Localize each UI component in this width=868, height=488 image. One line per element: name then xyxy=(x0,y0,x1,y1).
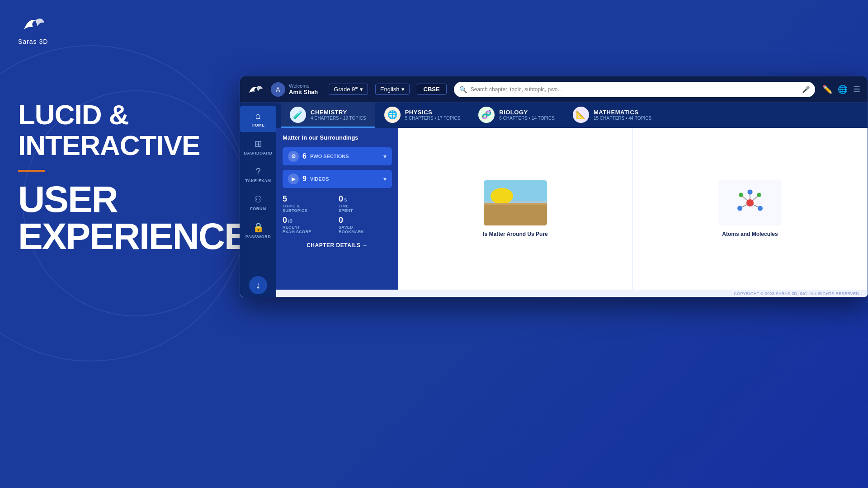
pwo-label: PWO SECTIONS xyxy=(310,154,380,159)
chapter-panel: Matter In our Surroundings ⚙ 6 PWO SECTI… xyxy=(276,128,398,290)
grade-selector[interactable]: Grade 9th xyxy=(329,84,368,95)
tagline-divider xyxy=(18,170,45,172)
sidebar-item-dashboard[interactable]: ⊞ DASHBOARD xyxy=(240,134,276,160)
biology-icon: 🧬 xyxy=(478,107,495,123)
chapter-title: Matter In our Surroundings xyxy=(283,134,392,141)
time-value: 0s xyxy=(339,194,392,204)
tagline-top: LUCID &INTERACTIVE xyxy=(18,99,248,161)
sidebar-label-home: HOME xyxy=(252,123,265,127)
grade-chevron-icon xyxy=(360,86,363,93)
molecule-image xyxy=(727,185,773,221)
card-title-matter: Is Matter Around Us Pure xyxy=(483,231,548,237)
physics-meta: 5 CHAPTERS • 17 TOPICS xyxy=(405,116,461,121)
subject-tabs: 🧪 CHEMISTRY 4 CHAPTERS • 19 TOPICS 🌐 PHY… xyxy=(276,103,868,128)
chemistry-name: CHEMISTRY xyxy=(311,109,366,116)
pwo-icon: ⚙ xyxy=(288,151,299,162)
physics-icon: 🌐 xyxy=(384,107,401,123)
mic-icon[interactable]: 🎤 xyxy=(802,86,810,93)
mathematics-meta: 15 CHAPTERS • 44 TOPICS xyxy=(594,116,651,121)
right-cards: Is Matter Around Us Pure xyxy=(398,128,868,290)
main-area: ⌂ HOME ⊞ DASHBOARD ? TAKE EXAM ⚇ FORUM 🔒… xyxy=(240,103,868,297)
stat-topics: 5 TOPIC &SUBTOPICS xyxy=(283,194,336,213)
exam-icon: ? xyxy=(255,166,260,177)
svg-point-12 xyxy=(758,206,763,211)
scroll-down-button[interactable]: ↓ xyxy=(249,276,267,294)
videos-icon: ▶ xyxy=(288,174,299,184)
tab-mathematics[interactable]: 📐 MATHEMATICS 15 CHAPTERS • 44 TOPICS xyxy=(564,103,660,128)
biology-name: BIOLOGY xyxy=(499,109,555,116)
bookmark-label: SAVEDBOOKMARK xyxy=(339,225,392,234)
pwo-count: 6 xyxy=(302,152,307,160)
sidebar-item-forum[interactable]: ⚇ FORUM xyxy=(240,189,276,216)
tab-physics[interactable]: 🌐 PHYSICS 5 CHAPTERS • 17 TOPICS xyxy=(375,103,470,128)
board-button[interactable]: CBSE xyxy=(417,84,447,95)
dashboard-icon: ⊞ xyxy=(255,138,262,149)
topbar-logo-icon xyxy=(247,83,264,96)
svg-point-11 xyxy=(747,189,752,194)
pwo-dropdown[interactable]: ⚙ 6 PWO SECTIONS xyxy=(283,147,392,165)
logo-area: Saras 3D xyxy=(18,14,48,45)
videos-count: 9 xyxy=(302,175,307,183)
chemistry-icon: 🧪 xyxy=(290,107,306,123)
top-icons: ✏️ 🌐 ☰ xyxy=(822,84,860,94)
window-copyright: COPYRIGHT © 2023 SARAS-3D, INC. ALL RIGH… xyxy=(276,290,868,297)
sidebar-label-forum: FORUM xyxy=(250,206,266,211)
tagline-bottom: USEREXPERIENCE xyxy=(18,181,248,255)
tab-chemistry[interactable]: 🧪 CHEMISTRY 4 CHAPTERS • 19 TOPICS xyxy=(281,103,375,128)
card-matter-pure[interactable]: Is Matter Around Us Pure xyxy=(398,128,633,290)
sidebar-label-dashboard: DASHBOARD xyxy=(244,151,273,155)
search-bar: 🔍 🎤 xyxy=(454,82,815,97)
sidebar: ⌂ HOME ⊞ DASHBOARD ? TAKE EXAM ⚇ FORUM 🔒… xyxy=(240,103,276,297)
card-title-atoms: Atoms and Molecules xyxy=(722,231,778,237)
pen-icon[interactable]: ✏️ xyxy=(822,84,832,94)
topics-label: TOPIC &SUBTOPICS xyxy=(283,204,336,213)
bookmark-value: 0 xyxy=(339,216,392,225)
search-icon: 🔍 xyxy=(459,86,467,93)
lang-chevron-icon xyxy=(401,86,405,93)
mathematics-icon: 📐 xyxy=(573,107,589,123)
sidebar-label-take-exam: TAKE EXAM xyxy=(245,178,271,183)
content-area: 🧪 CHEMISTRY 4 CHAPTERS • 19 TOPICS 🌐 PHY… xyxy=(276,103,868,297)
stat-time: 0s TIMESPENT xyxy=(339,194,392,213)
globe-icon[interactable]: 🌐 xyxy=(838,84,848,94)
language-selector[interactable]: English xyxy=(375,84,410,95)
sidebar-item-home[interactable]: ⌂ HOME xyxy=(240,106,276,132)
sidebar-item-password[interactable]: 🔒 PASSWORD xyxy=(240,217,276,244)
top-bar: A Welcome Amit Shah Grade 9th English CB… xyxy=(240,76,868,103)
score-label: RECENTEXAM SCORE xyxy=(283,225,336,234)
pwo-chevron-icon xyxy=(383,153,387,160)
physics-name: PHYSICS xyxy=(405,109,461,116)
user-section: A Welcome Amit Shah xyxy=(271,82,318,97)
scroll-content: Matter In our Surroundings ⚙ 6 PWO SECTI… xyxy=(276,128,868,290)
card-image-molecule xyxy=(718,180,782,225)
user-name: Amit Shah xyxy=(289,89,318,95)
videos-chevron-icon xyxy=(383,175,387,183)
grade-label: Grade 9th xyxy=(334,86,358,93)
app-window: A Welcome Amit Shah Grade 9th English CB… xyxy=(240,76,868,297)
card-atoms-molecules[interactable]: Atoms and Molecules xyxy=(633,128,868,290)
svg-point-2 xyxy=(491,188,513,204)
svg-point-14 xyxy=(739,193,743,197)
search-input[interactable] xyxy=(471,86,798,93)
welcome-label: Welcome xyxy=(289,83,318,89)
svg-rect-4 xyxy=(484,205,547,225)
stat-bookmark: 0 SAVEDBOOKMARK xyxy=(339,216,392,234)
menu-icon[interactable]: ☰ xyxy=(853,84,860,94)
user-info: Welcome Amit Shah xyxy=(289,83,318,95)
svg-point-10 xyxy=(746,199,754,206)
chapter-details-button[interactable]: CHAPTER DETAILS → xyxy=(283,239,392,252)
left-content: LUCID &INTERACTIVE USEREXPERIENCE xyxy=(18,99,248,255)
logo-text: Saras 3D xyxy=(18,38,48,45)
score-value: 0/0 xyxy=(283,216,336,225)
videos-dropdown[interactable]: ▶ 9 VIDEOS xyxy=(283,170,392,188)
card-image-landscape xyxy=(484,180,547,225)
biology-meta: 6 CHAPTERS • 14 TOPICS xyxy=(499,116,555,121)
avatar: A xyxy=(271,82,285,97)
videos-label: VIDEOS xyxy=(310,176,380,182)
topics-value: 5 xyxy=(283,194,336,204)
password-icon: 🔒 xyxy=(253,222,264,233)
landscape-image xyxy=(484,180,547,225)
tab-biology[interactable]: 🧬 BIOLOGY 6 CHAPTERS • 14 TOPICS xyxy=(469,103,564,128)
sidebar-item-take-exam[interactable]: ? TAKE EXAM xyxy=(240,162,276,188)
home-icon: ⌂ xyxy=(255,111,261,121)
